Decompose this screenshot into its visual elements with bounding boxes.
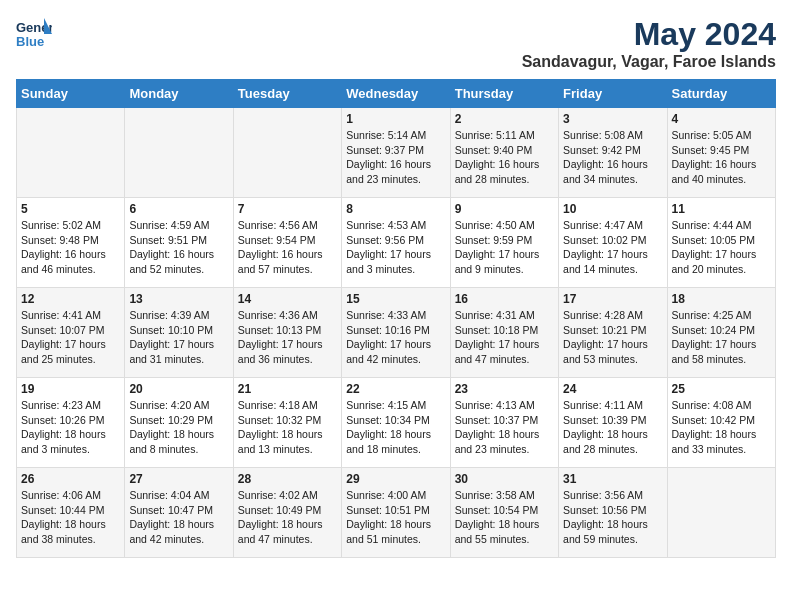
calendar-cell: 2Sunrise: 5:11 AMSunset: 9:40 PMDaylight… — [450, 108, 558, 198]
day-info: Sunrise: 4:23 AMSunset: 10:26 PMDaylight… — [21, 398, 120, 457]
day-number: 18 — [672, 292, 771, 306]
day-info: Sunrise: 4:47 AMSunset: 10:02 PMDaylight… — [563, 218, 662, 277]
day-number: 8 — [346, 202, 445, 216]
calendar-week-1: 1Sunrise: 5:14 AMSunset: 9:37 PMDaylight… — [17, 108, 776, 198]
calendar-cell: 9Sunrise: 4:50 AMSunset: 9:59 PMDaylight… — [450, 198, 558, 288]
day-number: 5 — [21, 202, 120, 216]
calendar-table: SundayMondayTuesdayWednesdayThursdayFrid… — [16, 79, 776, 558]
header-sunday: Sunday — [17, 80, 125, 108]
calendar-cell: 3Sunrise: 5:08 AMSunset: 9:42 PMDaylight… — [559, 108, 667, 198]
day-number: 19 — [21, 382, 120, 396]
day-number: 17 — [563, 292, 662, 306]
calendar-cell: 25Sunrise: 4:08 AMSunset: 10:42 PMDaylig… — [667, 378, 775, 468]
calendar-cell: 7Sunrise: 4:56 AMSunset: 9:54 PMDaylight… — [233, 198, 341, 288]
day-number: 28 — [238, 472, 337, 486]
day-number: 26 — [21, 472, 120, 486]
day-info: Sunrise: 4:31 AMSunset: 10:18 PMDaylight… — [455, 308, 554, 367]
calendar-cell: 21Sunrise: 4:18 AMSunset: 10:32 PMDaylig… — [233, 378, 341, 468]
calendar-cell: 4Sunrise: 5:05 AMSunset: 9:45 PMDaylight… — [667, 108, 775, 198]
calendar-cell: 27Sunrise: 4:04 AMSunset: 10:47 PMDaylig… — [125, 468, 233, 558]
day-number: 23 — [455, 382, 554, 396]
day-number: 31 — [563, 472, 662, 486]
day-info: Sunrise: 5:02 AMSunset: 9:48 PMDaylight:… — [21, 218, 120, 277]
day-info: Sunrise: 4:02 AMSunset: 10:49 PMDaylight… — [238, 488, 337, 547]
day-info: Sunrise: 4:56 AMSunset: 9:54 PMDaylight:… — [238, 218, 337, 277]
page-header: General Blue May 2024 Sandavagur, Vagar,… — [16, 16, 776, 71]
calendar-cell: 19Sunrise: 4:23 AMSunset: 10:26 PMDaylig… — [17, 378, 125, 468]
day-info: Sunrise: 4:33 AMSunset: 10:16 PMDaylight… — [346, 308, 445, 367]
day-info: Sunrise: 4:39 AMSunset: 10:10 PMDaylight… — [129, 308, 228, 367]
day-info: Sunrise: 4:28 AMSunset: 10:21 PMDaylight… — [563, 308, 662, 367]
day-info: Sunrise: 4:04 AMSunset: 10:47 PMDaylight… — [129, 488, 228, 547]
day-info: Sunrise: 4:36 AMSunset: 10:13 PMDaylight… — [238, 308, 337, 367]
calendar-cell — [125, 108, 233, 198]
day-number: 4 — [672, 112, 771, 126]
day-number: 16 — [455, 292, 554, 306]
calendar-cell: 24Sunrise: 4:11 AMSunset: 10:39 PMDaylig… — [559, 378, 667, 468]
calendar-cell: 17Sunrise: 4:28 AMSunset: 10:21 PMDaylig… — [559, 288, 667, 378]
day-info: Sunrise: 5:11 AMSunset: 9:40 PMDaylight:… — [455, 128, 554, 187]
calendar-cell: 11Sunrise: 4:44 AMSunset: 10:05 PMDaylig… — [667, 198, 775, 288]
svg-text:Blue: Blue — [16, 34, 44, 49]
day-number: 3 — [563, 112, 662, 126]
day-number: 25 — [672, 382, 771, 396]
calendar-cell: 6Sunrise: 4:59 AMSunset: 9:51 PMDaylight… — [125, 198, 233, 288]
calendar-cell: 12Sunrise: 4:41 AMSunset: 10:07 PMDaylig… — [17, 288, 125, 378]
day-info: Sunrise: 3:56 AMSunset: 10:56 PMDaylight… — [563, 488, 662, 547]
logo-icon: General Blue — [16, 16, 52, 52]
day-info: Sunrise: 4:06 AMSunset: 10:44 PMDaylight… — [21, 488, 120, 547]
day-info: Sunrise: 4:44 AMSunset: 10:05 PMDaylight… — [672, 218, 771, 277]
day-number: 9 — [455, 202, 554, 216]
day-number: 14 — [238, 292, 337, 306]
day-info: Sunrise: 4:59 AMSunset: 9:51 PMDaylight:… — [129, 218, 228, 277]
header-saturday: Saturday — [667, 80, 775, 108]
day-number: 6 — [129, 202, 228, 216]
day-number: 2 — [455, 112, 554, 126]
calendar-cell: 14Sunrise: 4:36 AMSunset: 10:13 PMDaylig… — [233, 288, 341, 378]
location-title: Sandavagur, Vagar, Faroe Islands — [522, 53, 776, 71]
day-info: Sunrise: 5:05 AMSunset: 9:45 PMDaylight:… — [672, 128, 771, 187]
day-info: Sunrise: 3:58 AMSunset: 10:54 PMDaylight… — [455, 488, 554, 547]
header-thursday: Thursday — [450, 80, 558, 108]
day-info: Sunrise: 4:50 AMSunset: 9:59 PMDaylight:… — [455, 218, 554, 277]
calendar-cell: 30Sunrise: 3:58 AMSunset: 10:54 PMDaylig… — [450, 468, 558, 558]
calendar-cell: 10Sunrise: 4:47 AMSunset: 10:02 PMDaylig… — [559, 198, 667, 288]
calendar-week-3: 12Sunrise: 4:41 AMSunset: 10:07 PMDaylig… — [17, 288, 776, 378]
day-info: Sunrise: 4:08 AMSunset: 10:42 PMDaylight… — [672, 398, 771, 457]
header-wednesday: Wednesday — [342, 80, 450, 108]
month-title: May 2024 — [522, 16, 776, 53]
logo: General Blue — [16, 16, 56, 52]
title-section: May 2024 Sandavagur, Vagar, Faroe Island… — [522, 16, 776, 71]
calendar-cell: 20Sunrise: 4:20 AMSunset: 10:29 PMDaylig… — [125, 378, 233, 468]
calendar-cell: 22Sunrise: 4:15 AMSunset: 10:34 PMDaylig… — [342, 378, 450, 468]
calendar-cell — [233, 108, 341, 198]
day-info: Sunrise: 5:14 AMSunset: 9:37 PMDaylight:… — [346, 128, 445, 187]
day-number: 15 — [346, 292, 445, 306]
day-number: 30 — [455, 472, 554, 486]
day-number: 21 — [238, 382, 337, 396]
calendar-week-2: 5Sunrise: 5:02 AMSunset: 9:48 PMDaylight… — [17, 198, 776, 288]
day-number: 12 — [21, 292, 120, 306]
day-info: Sunrise: 5:08 AMSunset: 9:42 PMDaylight:… — [563, 128, 662, 187]
day-number: 20 — [129, 382, 228, 396]
calendar-cell: 16Sunrise: 4:31 AMSunset: 10:18 PMDaylig… — [450, 288, 558, 378]
day-number: 13 — [129, 292, 228, 306]
calendar-cell: 23Sunrise: 4:13 AMSunset: 10:37 PMDaylig… — [450, 378, 558, 468]
calendar-week-4: 19Sunrise: 4:23 AMSunset: 10:26 PMDaylig… — [17, 378, 776, 468]
day-info: Sunrise: 4:11 AMSunset: 10:39 PMDaylight… — [563, 398, 662, 457]
day-info: Sunrise: 4:20 AMSunset: 10:29 PMDaylight… — [129, 398, 228, 457]
day-info: Sunrise: 4:53 AMSunset: 9:56 PMDaylight:… — [346, 218, 445, 277]
day-info: Sunrise: 4:15 AMSunset: 10:34 PMDaylight… — [346, 398, 445, 457]
calendar-cell: 28Sunrise: 4:02 AMSunset: 10:49 PMDaylig… — [233, 468, 341, 558]
day-info: Sunrise: 4:00 AMSunset: 10:51 PMDaylight… — [346, 488, 445, 547]
day-info: Sunrise: 4:25 AMSunset: 10:24 PMDaylight… — [672, 308, 771, 367]
day-number: 27 — [129, 472, 228, 486]
day-info: Sunrise: 4:18 AMSunset: 10:32 PMDaylight… — [238, 398, 337, 457]
day-number: 24 — [563, 382, 662, 396]
calendar-week-5: 26Sunrise: 4:06 AMSunset: 10:44 PMDaylig… — [17, 468, 776, 558]
calendar-cell: 26Sunrise: 4:06 AMSunset: 10:44 PMDaylig… — [17, 468, 125, 558]
day-number: 22 — [346, 382, 445, 396]
day-number: 1 — [346, 112, 445, 126]
calendar-cell: 15Sunrise: 4:33 AMSunset: 10:16 PMDaylig… — [342, 288, 450, 378]
calendar-header-row: SundayMondayTuesdayWednesdayThursdayFrid… — [17, 80, 776, 108]
